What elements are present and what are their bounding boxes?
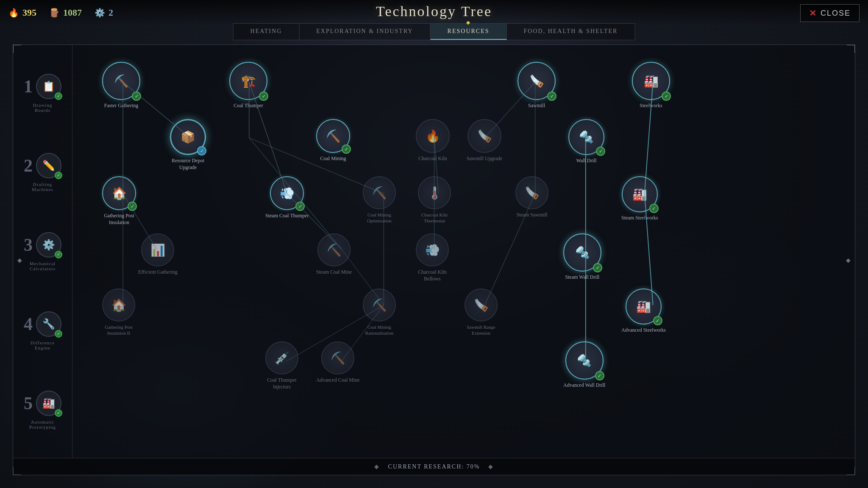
node-charcoal-kiln-thermostat[interactable]: 🌡️ Charcoal KilnThermostat <box>418 176 451 224</box>
tab-heating[interactable]: HEATING <box>234 24 300 40</box>
node-advanced-coal-mine[interactable]: ⛏️ Advanced Coal Mine <box>316 341 360 384</box>
gathering-post-icon: 🏠 ✓ <box>102 176 136 210</box>
era-column: 1 📋 ✓ DrawingBoards 2 ✏️ ✓ DraftingMachi… <box>13 45 72 458</box>
node-gathering-post-insulation[interactable]: 🏠 ✓ Gathering PostInsulation <box>102 176 136 226</box>
node-coal-mining-rationalisation[interactable]: ⛏️ Coal MiningRationalisation <box>363 288 396 336</box>
steam-wall-drill-label: Steam Wall Drill <box>565 274 600 281</box>
tab-resources[interactable]: RESOURCES <box>431 24 507 40</box>
node-coal-thumper[interactable]: 🏗️ ✓ Coal Thumper <box>229 62 267 109</box>
faster-gathering-icon: ⛏️ ✓ <box>102 62 140 100</box>
node-charcoal-kiln[interactable]: 🔥 Charcoal Kiln <box>416 119 450 162</box>
node-efficient-gathering[interactable]: 📊 Efficient Gathering <box>138 233 178 276</box>
era-5: 5 🏭 ✓ AutomaticPrototyping <box>24 391 61 430</box>
resource-steam: ⚙️ 2 <box>95 7 113 18</box>
close-button[interactable]: ✕ CLOSE <box>800 4 860 22</box>
status-bar: ◆ CURRENT RESEARCH: 70% ◆ <box>13 458 855 475</box>
node-steam-coal-thumper[interactable]: 💨 ✓ Steam Coal Thumper <box>265 176 309 219</box>
sawmill-icon: 🪚 ✓ <box>517 62 556 100</box>
resource-depot-upgrade-icon: 📦 ✓ <box>170 119 206 155</box>
charcoal-kiln-thermostat-label: Charcoal KilnThermostat <box>421 212 448 224</box>
steam-icon: ⚙️ <box>95 8 105 18</box>
node-charcoal-kiln-bellows[interactable]: 💨 Charcoal KilnBellows <box>416 233 449 282</box>
era-3-icon: ⚙️ ✓ <box>36 232 61 258</box>
era-4-label: DifferenceEngine <box>31 340 55 350</box>
wall-drill-icon: 🔩 ✓ <box>568 119 604 155</box>
node-advanced-wall-drill[interactable]: 🔩 ✓ Advanced Wall Drill <box>563 341 605 389</box>
steelworks-icon: 🏭 ✓ <box>632 62 670 100</box>
node-steam-coal-mine[interactable]: ⛏️ Steam Coal Mine <box>316 233 352 276</box>
node-coal-mining-optimisation[interactable]: ⛏️ Coal MiningOptimisation <box>363 176 396 224</box>
main-panel: ◆ ◆ 1 📋 ✓ DrawingBoards 2 ✏️ ✓ Dr <box>13 44 855 475</box>
node-coal-mining[interactable]: ⛏️ ✓ Coal Mining <box>316 119 350 162</box>
current-research-label: CURRENT RESEARCH: 70% <box>388 463 480 470</box>
sawmill-label: Sawmill <box>528 103 545 109</box>
era-2-label: DraftingMachines <box>32 182 53 192</box>
sawmill-upgrade-label: Sawmill Upgrade <box>467 155 502 162</box>
node-gathering-post-insulation-2[interactable]: 🏠 Gathering PostInsulation II <box>102 288 135 336</box>
era-3-label: MechanicalCalculators <box>30 261 56 271</box>
node-steam-steelworks[interactable]: 🏭 ✓ Steam Steelworks <box>621 176 658 222</box>
charcoal-kiln-bellows-label: Charcoal KilnBellows <box>418 269 447 282</box>
era-2: 2 ✏️ ✓ DraftingMachines <box>24 153 61 192</box>
steam-steelworks-label: Steam Steelworks <box>621 215 658 222</box>
advanced-steelworks-icon: 🏭 ✓ <box>626 288 662 324</box>
tab-food[interactable]: FOOD, HEALTH & SHELTER <box>507 24 635 40</box>
coal-mining-icon: ⛏️ ✓ <box>316 119 350 153</box>
node-sawmill-upgrade[interactable]: 🪚 Sawmill Upgrade <box>467 119 502 162</box>
era-5-icon: 🏭 ✓ <box>36 391 61 416</box>
coal-thumper-injectors-icon: 💉 <box>265 341 298 374</box>
node-steam-wall-drill[interactable]: 🔩 ✓ Steam Wall Drill <box>563 233 601 281</box>
node-faster-gathering[interactable]: ⛏️ ✓ Faster Gathering <box>102 62 140 109</box>
era-5-label: AutomaticPrototyping <box>29 419 56 430</box>
node-resource-depot-upgrade[interactable]: 📦 ✓ Resource DepotUpgrade <box>170 119 206 171</box>
wall-drill-label: Wall Drill <box>576 158 596 164</box>
era-4-icon: 🔧 ✓ <box>36 311 61 337</box>
charcoal-kiln-thermostat-icon: 🌡️ <box>418 176 451 209</box>
steam-sawmill-label: Steam Sawmill <box>517 212 548 219</box>
steam-coal-thumper-label: Steam Coal Thumper <box>265 213 309 219</box>
diamond-status-left: ◆ <box>374 463 380 470</box>
page-title: Technology Tree <box>376 3 492 19</box>
steam-coal-mine-label: Steam Coal Mine <box>316 269 352 276</box>
advanced-wall-drill-icon: 🔩 ✓ <box>565 341 604 380</box>
faster-gathering-label: Faster Gathering <box>104 103 138 109</box>
gold-value: 395 <box>22 7 36 18</box>
node-steelworks[interactable]: 🏭 ✓ Steelworks <box>632 62 670 109</box>
sawmill-range-extension-label: Sawmill RangeExtension <box>467 324 495 336</box>
node-sawmill[interactable]: 🪚 ✓ Sawmill <box>517 62 556 109</box>
coal-mining-label: Coal Mining <box>320 155 346 162</box>
node-steam-sawmill[interactable]: 🪚 Steam Sawmill <box>515 176 548 219</box>
node-coal-thumper-injectors[interactable]: 💉 Coal ThumperInjectors <box>265 341 298 390</box>
tab-bar: HEATING EXPLORATION & INDUSTRY RESOURCES… <box>233 23 635 40</box>
steelworks-label: Steelworks <box>640 103 662 109</box>
coal-thumper-injectors-label: Coal ThumperInjectors <box>267 377 296 390</box>
era-4: 4 🔧 ✓ DifferenceEngine <box>24 311 61 350</box>
node-wall-drill[interactable]: 🔩 ✓ Wall Drill <box>568 119 604 164</box>
tab-exploration[interactable]: EXPLORATION & INDUSTRY <box>299 24 430 40</box>
charcoal-kiln-icon: 🔥 <box>416 119 450 153</box>
advanced-steelworks-label: Advanced Steelworks <box>621 327 666 334</box>
gathering-post-label: Gathering PostInsulation <box>104 213 134 226</box>
gathering-post-2-label: Gathering PostInsulation II <box>105 324 133 336</box>
era-1: 1 📋 ✓ DrawingBoards <box>24 74 61 113</box>
steam-coal-thumper-icon: 💨 ✓ <box>270 176 304 210</box>
steam-wall-drill-icon: 🔩 ✓ <box>563 233 601 272</box>
coal-mining-optimisation-icon: ⛏️ <box>363 176 396 209</box>
node-sawmill-range-extension[interactable]: 🪚 Sawmill RangeExtension <box>465 288 498 336</box>
coal-mining-optimisation-label: Coal MiningOptimisation <box>367 212 391 224</box>
connections-svg <box>72 45 855 458</box>
resource-depot-upgrade-label: Resource DepotUpgrade <box>172 158 204 171</box>
era-1-label: DrawingBoards <box>33 103 53 113</box>
sawmill-range-extension-icon: 🪚 <box>465 288 498 322</box>
era-3: 3 ⚙️ ✓ MechanicalCalculators <box>24 232 61 271</box>
wood-value: 1087 <box>63 7 82 18</box>
wood-icon: 🪵 <box>49 8 60 18</box>
coal-mining-rationalisation-label: Coal MiningRationalisation <box>365 324 394 336</box>
resource-gold: 🔥 395 <box>8 7 36 18</box>
node-advanced-steelworks[interactable]: 🏭 ✓ Advanced Steelworks <box>621 288 666 334</box>
coal-thumper-label: Coal Thumper <box>234 103 263 109</box>
gold-icon: 🔥 <box>8 8 19 18</box>
resource-wood: 🪵 1087 <box>49 7 82 18</box>
close-label: CLOSE <box>821 9 851 18</box>
coal-mining-rationalisation-icon: ⛏️ <box>363 288 396 322</box>
